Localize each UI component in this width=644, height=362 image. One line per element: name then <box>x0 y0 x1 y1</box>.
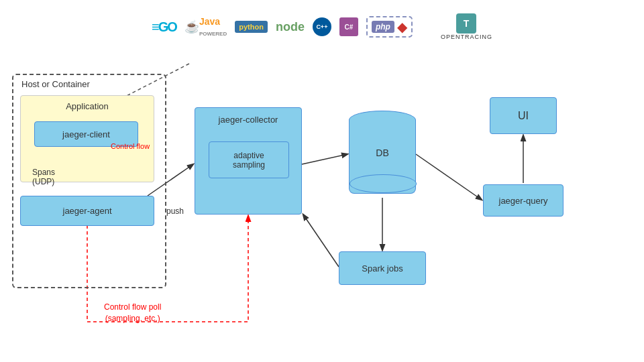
svg-line-8 <box>303 215 339 267</box>
spans-udp-label: Spans(UDP) <box>32 168 55 186</box>
python-logo: python <box>235 21 268 33</box>
push-label: push <box>166 206 184 216</box>
adaptive-sampling-box: adaptivesampling <box>209 141 289 178</box>
control-flow-label: Control flow <box>111 142 150 150</box>
control-flow-poll-label: Control flow poll(sampling, etc.) <box>104 302 161 324</box>
go-logo: ≡GO <box>152 19 176 35</box>
db-label: DB <box>349 147 416 158</box>
jaeger-query-label: jaeger-query <box>499 196 548 206</box>
node-logo: node <box>276 20 305 34</box>
logos-bar: ≡GO ☕ JavaPOWERED python node C++ C# php… <box>0 7 644 47</box>
host-label: Host or Container <box>21 79 90 89</box>
ruby-logo: ◆ <box>397 19 407 35</box>
jaeger-collector-label: jaeger-collector <box>195 115 301 125</box>
svg-line-6 <box>302 154 347 164</box>
db-box: DB <box>349 111 416 198</box>
opentracing-label: OPENTRACING <box>441 34 492 40</box>
csharp-logo: C# <box>339 17 358 36</box>
db-bottom-ellipse <box>350 174 417 193</box>
jaeger-client-label: jaeger-client <box>62 129 110 139</box>
ui-box: UI <box>490 97 557 134</box>
svg-text:T: T <box>464 18 470 29</box>
opentracing-icon: T <box>456 13 476 34</box>
php-ruby-box: php ◆ <box>366 16 413 38</box>
jaeger-query-box: jaeger-query <box>483 184 564 217</box>
spark-jobs-box: Spark jobs <box>339 251 426 285</box>
jaeger-collector-box: jaeger-collector adaptivesampling <box>195 107 302 215</box>
cpp-logo: C++ <box>313 17 331 36</box>
php-logo: php <box>372 21 394 33</box>
java-logo: ☕ JavaPOWERED <box>184 16 227 38</box>
opentracing-logo: T OPENTRACING <box>441 13 492 40</box>
adaptive-sampling-label: adaptivesampling <box>233 151 265 170</box>
svg-line-9 <box>416 154 482 200</box>
diagram-area: Host or Container Application jaeger-cli… <box>0 60 644 362</box>
host-container-box: Host or Container Application jaeger-cli… <box>12 74 166 288</box>
jaeger-agent-label: jaeger-agent <box>63 206 112 216</box>
ui-label: UI <box>518 110 529 122</box>
spark-jobs-label: Spark jobs <box>362 263 402 274</box>
jaeger-agent-box: jaeger-agent <box>20 196 154 226</box>
application-label: Application <box>21 101 154 111</box>
